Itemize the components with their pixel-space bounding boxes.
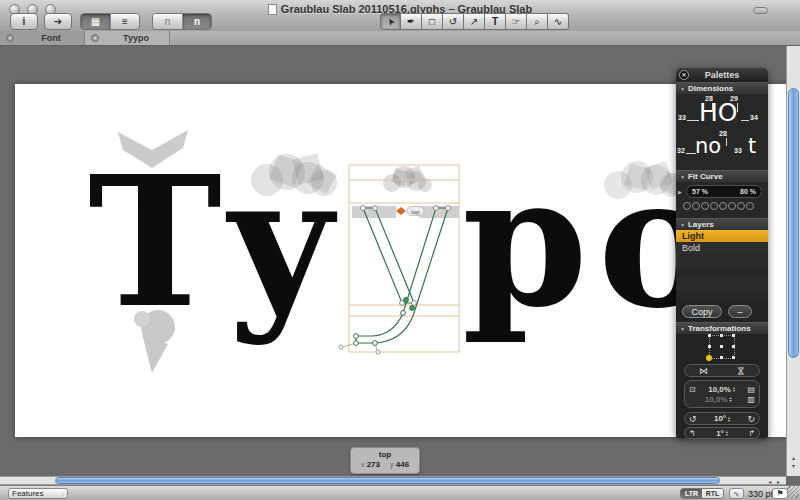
- flip-vertical-icon[interactable]: ⋈: [736, 366, 746, 375]
- origin-dot[interactable]: [720, 345, 723, 348]
- rotate-stepper[interactable]: ▴▾: [728, 416, 730, 422]
- vertical-scrollbar[interactable]: ▴▾: [786, 46, 800, 476]
- glyph-outline-path[interactable]: [356, 208, 448, 343]
- scale-row-1: ⊡ 10,0% ▴▾ ▤: [685, 385, 759, 394]
- layer-row-bold[interactable]: Bold: [676, 242, 768, 254]
- dimensions-section-header[interactable]: ▼ Dimensions: [676, 82, 768, 94]
- ltr-button[interactable]: LTR: [681, 489, 702, 498]
- window-resize-grip[interactable]: [787, 486, 799, 498]
- flag-button[interactable]: ⚑: [772, 488, 788, 499]
- curve-display-button[interactable]: ∿: [729, 488, 744, 499]
- dim-line: [687, 120, 699, 121]
- export-icon: ➔: [54, 16, 62, 27]
- tab-tyypo[interactable]: ✕ Tyypo: [85, 31, 170, 45]
- origin-dot[interactable]: [732, 334, 735, 337]
- disclosure-triangle-icon[interactable]: ▼: [680, 326, 685, 332]
- horizontal-scrollbar-thumb[interactable]: [55, 477, 720, 484]
- fit-step-button[interactable]: [746, 202, 754, 210]
- dim-tick: [737, 103, 738, 112]
- zoom-tool-button[interactable]: ⌕: [527, 13, 548, 30]
- horizontal-scrollbar[interactable]: ◂ ▸: [0, 476, 786, 485]
- disclosure-triangle-icon[interactable]: ▼: [680, 86, 685, 92]
- fit-step-button[interactable]: [737, 202, 745, 210]
- anchor-diamond-icon[interactable]: [396, 207, 406, 215]
- fit-curve-expander-icon[interactable]: ▶: [678, 189, 682, 195]
- rotate-value[interactable]: 10°: [714, 414, 726, 423]
- origin-dot[interactable]: [720, 334, 723, 337]
- scale-stepper[interactable]: ▴▾: [733, 386, 735, 392]
- origin-dot[interactable]: [732, 356, 735, 359]
- rtl-button[interactable]: RTL: [702, 489, 723, 498]
- scale-bucket-icon[interactable]: ▥: [747, 395, 755, 404]
- fit-step-button[interactable]: [728, 202, 736, 210]
- copy-layer-button[interactable]: Copy: [682, 305, 722, 318]
- glyph-edit-view[interactable]: Ty po top: [15, 84, 786, 437]
- rotate-tool-button[interactable]: ↺: [443, 13, 464, 30]
- outline-preview-button[interactable]: n: [153, 14, 182, 29]
- scale-value-2[interactable]: 10,0%: [705, 395, 728, 404]
- flag-icon: ⚑: [776, 489, 783, 498]
- fit-step-button[interactable]: [683, 202, 691, 210]
- dim-row1-letters: HO: [699, 98, 737, 127]
- y-value: 446: [396, 460, 409, 469]
- tab-font[interactable]: ✕ Font: [0, 31, 85, 45]
- tab-tyypo-close-icon[interactable]: ✕: [91, 34, 99, 42]
- measure-tool-button[interactable]: ∿: [548, 13, 569, 30]
- pen-tool-button[interactable]: ✒: [401, 13, 422, 30]
- grid-view-button[interactable]: ▦: [81, 14, 110, 29]
- layer-row-light[interactable]: Light: [676, 230, 768, 242]
- filled-preview-button[interactable]: n: [182, 14, 211, 29]
- rotate-ccw-button[interactable]: ↺: [689, 414, 697, 424]
- y-label: y: [390, 461, 394, 468]
- layers-section-header[interactable]: ▼ Layers: [676, 218, 768, 230]
- slant-right-button[interactable]: ↱: [748, 429, 755, 438]
- slant-left-button[interactable]: ↰: [689, 429, 696, 438]
- list-view-button[interactable]: ≡: [110, 14, 139, 29]
- origin-dot[interactable]: [708, 345, 711, 348]
- slant-value[interactable]: 1°: [716, 429, 724, 438]
- disclosure-triangle-icon[interactable]: ▼: [680, 174, 685, 180]
- dim-row1-left: 33: [678, 114, 686, 121]
- fit-step-button[interactable]: [719, 202, 727, 210]
- fit-step-button[interactable]: [692, 202, 700, 210]
- vertical-scrollbar-thumb[interactable]: [788, 88, 799, 358]
- fit-curve-range-field[interactable]: 57 % 80 %: [686, 185, 762, 198]
- tab-font-close-icon[interactable]: ✕: [6, 34, 14, 42]
- text-tool-button[interactable]: T: [485, 13, 506, 30]
- export-button[interactable]: ➔: [44, 13, 72, 30]
- horizontal-scroll-arrows[interactable]: ◂ ▸: [768, 478, 782, 485]
- app-window: Graublau Slab 20110516.glyphs – Graublau…: [0, 0, 800, 500]
- slant-stepper[interactable]: ▴▾: [726, 430, 728, 436]
- fit-step-button[interactable]: [710, 202, 718, 210]
- origin-dot[interactable]: [708, 334, 711, 337]
- info-button[interactable]: i: [10, 13, 38, 30]
- fit-curve-section-header[interactable]: ▼ Fit Curve: [676, 170, 768, 182]
- palettes-header[interactable]: ✕ Palettes: [676, 68, 768, 82]
- rotate-tool-icon: ↺: [449, 16, 457, 27]
- primitives-tool-button[interactable]: □: [422, 13, 443, 30]
- origin-dot[interactable]: [732, 345, 735, 348]
- fit-step-button[interactable]: [701, 202, 709, 210]
- origin-dot[interactable]: [720, 356, 723, 359]
- fit-curve-steps: [683, 202, 754, 210]
- origin-dot-selected[interactable]: [706, 355, 712, 361]
- rotate-cw-button[interactable]: ↻: [747, 414, 755, 424]
- measure-tool-icon: ∿: [554, 16, 562, 27]
- transform-origin-selector[interactable]: [708, 334, 736, 360]
- scale-value[interactable]: 10,0%: [708, 385, 731, 394]
- features-popup[interactable]: Features ▴▾: [8, 488, 68, 499]
- vertical-scroll-arrows[interactable]: ▴▾: [790, 454, 797, 470]
- select-tool-button[interactable]: ➤: [380, 13, 401, 30]
- hand-tool-button[interactable]: ☞: [506, 13, 527, 30]
- glyph-run-left[interactable]: Ty: [88, 136, 359, 347]
- scale-tool-button[interactable]: ↗: [464, 13, 485, 30]
- palettes-close-icon[interactable]: ✕: [679, 70, 689, 80]
- remove-layer-button[interactable]: –: [728, 305, 752, 318]
- disclosure-triangle-icon[interactable]: ▼: [680, 222, 685, 228]
- scale-image-icon[interactable]: ▤: [747, 385, 755, 394]
- flip-horizontal-icon[interactable]: ⋈: [699, 366, 708, 376]
- transformations-section-header[interactable]: ▼ Transformations: [676, 322, 768, 334]
- scale-stepper-2[interactable]: ▴▾: [730, 396, 732, 402]
- zoom-level-value[interactable]: 330 pt: [748, 489, 773, 499]
- toolbar-toggle-lozenge[interactable]: [753, 7, 768, 14]
